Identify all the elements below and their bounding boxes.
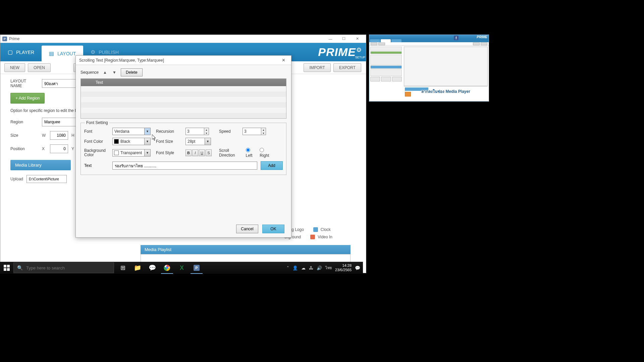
media-playlist-header: Media Playlist	[141, 245, 351, 254]
export-button[interactable]: EXPORT	[333, 63, 361, 72]
clock-swatch	[313, 227, 318, 232]
add-button[interactable]: Add	[261, 161, 283, 170]
layout-icon: ▤	[49, 50, 54, 57]
prime-app-icon[interactable]: P	[189, 262, 204, 274]
preview-block-5	[370, 69, 402, 76]
text-input[interactable]	[112, 162, 257, 170]
preview-block-2	[370, 51, 402, 54]
font-combo-value: Verdana	[113, 129, 144, 134]
tray-language[interactable]: ไทย	[325, 265, 332, 271]
font-combo-drop-icon[interactable]: ▼	[144, 128, 150, 135]
speed-spinner[interactable]: 3 ▲▼	[243, 128, 266, 135]
legend-scrolling-logo: olling Logo Clock	[284, 227, 332, 232]
sequence-table-rows[interactable]	[81, 86, 286, 118]
region-label: Region	[10, 120, 39, 124]
move-up-button[interactable]: ▲	[102, 69, 108, 75]
font-size-combo[interactable]: 28pt ▼	[185, 138, 211, 145]
x-input[interactable]	[50, 144, 68, 153]
font-label: Font	[84, 129, 109, 134]
video-swatch	[310, 235, 315, 239]
start-button[interactable]	[0, 262, 13, 274]
speed-label: Speed	[219, 129, 239, 134]
bg-color-combo[interactable]: Transparent ▼	[112, 149, 151, 157]
recursion-spinner[interactable]: 3 ▲▼	[185, 128, 209, 135]
setup-label: SETUP	[355, 56, 365, 59]
recursion-label: Recursion	[156, 129, 182, 134]
speed-down-icon[interactable]: ▼	[261, 131, 266, 135]
tab-player[interactable]: ▢ PLAYER	[0, 44, 42, 60]
sequence-table-header: Text	[81, 79, 286, 86]
text-input-row: Text Add	[84, 161, 283, 170]
app-icon: P	[2, 37, 7, 41]
preview-tab-1	[370, 39, 380, 42]
preview-btn-1	[371, 43, 377, 45]
setup-gear-icon[interactable]: ⚙	[355, 46, 363, 54]
underline-button[interactable]: U	[199, 149, 205, 156]
font-combo[interactable]: Verdana ▼	[112, 128, 151, 135]
move-down-button[interactable]: ▼	[111, 69, 117, 75]
close-button[interactable]: ✕	[351, 35, 364, 43]
tray-network-icon[interactable]: 🖧	[309, 265, 313, 270]
bold-button[interactable]: B	[185, 149, 192, 156]
color-swatch-black	[114, 139, 119, 144]
bg-color-value: Transparent	[119, 150, 144, 155]
preview-tab-3	[391, 39, 401, 42]
taskbar-search[interactable]: 🔍	[13, 262, 114, 273]
import-button[interactable]: IMPORT	[304, 63, 330, 72]
publish-icon: ⚙	[91, 49, 95, 55]
tray-notifications-icon[interactable]: 💬	[355, 265, 360, 270]
w-label: W	[42, 133, 47, 138]
tray-clock[interactable]: 14:28 23/6/2565	[335, 263, 352, 272]
tray-time: 14:28	[335, 263, 352, 268]
font-color-drop-icon[interactable]: ▼	[144, 138, 150, 145]
upload-path-input[interactable]	[26, 175, 67, 183]
new-button[interactable]: NEW	[4, 63, 25, 72]
font-color-combo[interactable]: Black ▼	[112, 138, 151, 145]
task-view-icon[interactable]: ⊞	[115, 262, 130, 274]
preview-btn-2	[378, 43, 385, 45]
strikethrough-button[interactable]: S	[206, 149, 212, 156]
font-setting-fieldset: Font Setting Font Verdana ▼ Recursion 3 …	[80, 123, 286, 175]
speed-value: 3	[243, 129, 261, 134]
cancel-button[interactable]: Cancel	[236, 225, 258, 233]
tray-chevron-icon[interactable]: ˄	[287, 265, 289, 270]
tray-people-icon[interactable]: 👤	[292, 265, 298, 270]
minimize-button[interactable]: ―	[324, 35, 337, 43]
tab-player-label: PLAYER	[16, 50, 34, 55]
seq-col-text: Text	[93, 80, 286, 85]
legend-area: olling Logo Clock ckground Video In	[284, 227, 332, 239]
recursion-down-icon[interactable]: ▼	[204, 131, 209, 135]
speed-up-icon[interactable]: ▲	[261, 128, 266, 131]
delete-button[interactable]: Delete	[121, 68, 143, 76]
width-input[interactable]	[50, 131, 68, 140]
open-button[interactable]: OPEN	[28, 63, 51, 72]
tray-volume-icon[interactable]: 🔊	[317, 265, 322, 270]
scroll-left-radio[interactable]: Left	[246, 148, 257, 158]
chrome-icon[interactable]	[160, 262, 174, 274]
search-icon: 🔍	[17, 265, 23, 270]
add-region-button[interactable]: + Add Region	[10, 93, 45, 104]
ok-button[interactable]: OK	[262, 225, 284, 233]
preview-block-1	[370, 47, 402, 51]
font-style-label: Font Style	[156, 150, 182, 155]
font-size-drop-icon[interactable]: ▼	[205, 138, 211, 145]
search-input[interactable]	[26, 265, 110, 270]
scroll-right-radio[interactable]: Right	[260, 148, 273, 158]
excel-icon[interactable]: X	[174, 262, 189, 274]
svg-rect-1	[7, 265, 10, 267]
layout-name-input[interactable]	[42, 79, 78, 88]
tray-onedrive-icon[interactable]: ☁	[301, 265, 306, 270]
dialog-close-button[interactable]: ✕	[279, 57, 288, 64]
scroll-direction-label: Scroll Direction	[219, 148, 243, 158]
upload-label: Upload	[10, 177, 23, 181]
svg-rect-0	[4, 265, 6, 267]
file-explorer-icon[interactable]: 📁	[130, 262, 145, 274]
maximize-button[interactable]: ☐	[337, 35, 351, 43]
recursion-value: 3	[186, 129, 204, 134]
bg-color-drop-icon[interactable]: ▼	[144, 149, 150, 156]
italic-button[interactable]: I	[192, 149, 198, 156]
recursion-up-icon[interactable]: ▲	[204, 128, 209, 131]
font-color-value: Black	[119, 139, 144, 144]
preview-thumb-3	[392, 77, 402, 81]
line-app-icon[interactable]: 💬	[145, 262, 160, 274]
